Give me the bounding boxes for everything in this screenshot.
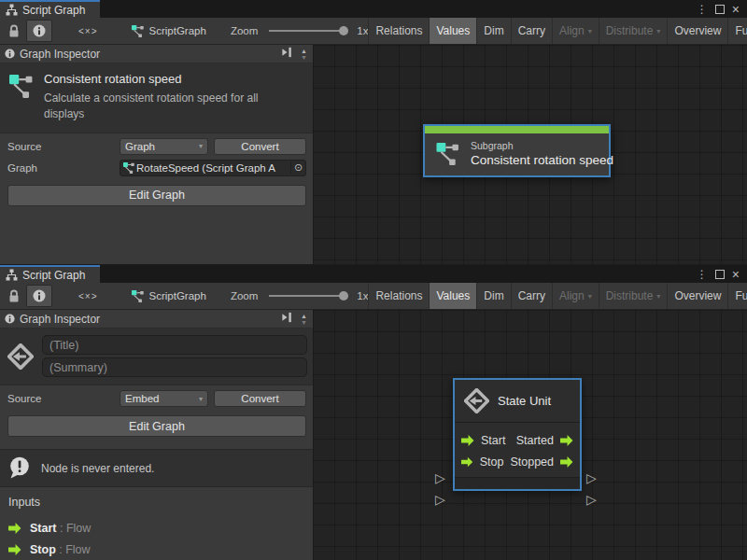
overview-button[interactable]: Overview	[667, 283, 727, 309]
chevron-down-icon: ▾	[588, 292, 592, 301]
source-dropdown[interactable]: Graph ▾	[120, 138, 208, 155]
edit-graph-button[interactable]: Edit Graph	[7, 415, 306, 437]
graph-object-value: RotateSpeed (Script Graph A	[136, 162, 290, 174]
fullscreen-button[interactable]: Full Screen	[727, 18, 747, 44]
flow-arrow-icon	[8, 523, 21, 534]
info-icon	[5, 49, 15, 59]
source-dropdown[interactable]: Embed ▾	[120, 390, 208, 407]
lock-icon[interactable]	[2, 21, 26, 41]
window-maximize-icon[interactable]	[715, 5, 725, 14]
source-label: Source	[7, 393, 120, 404]
code-icon: <×>	[78, 26, 98, 36]
graph-breadcrumb[interactable]: ScriptGraph	[132, 25, 206, 37]
fullscreen-button[interactable]: Full Screen	[727, 283, 747, 309]
graph-inspector-header: Graph Inspector ▲ ▼	[0, 310, 313, 329]
window-menu-icon[interactable]: ⋮	[697, 269, 708, 280]
flow-arrow-icon[interactable]	[461, 435, 474, 446]
tab-script-graph[interactable]: Script Graph	[0, 0, 100, 18]
window-controls: ⋮ ×	[697, 265, 747, 283]
connector-triangle-icon[interactable]: ▷	[586, 471, 597, 484]
flow-arrow-icon[interactable]	[461, 456, 473, 468]
dim-button[interactable]: Dim	[476, 18, 510, 44]
carry-button[interactable]: Carry	[511, 283, 552, 309]
state-unit-icon	[464, 388, 489, 413]
dock-panel-icon[interactable]	[281, 46, 293, 62]
code-view-button[interactable]: <×>	[73, 21, 104, 41]
relations-button[interactable]: Relations	[368, 18, 429, 44]
window-menu-icon[interactable]: ⋮	[697, 4, 708, 15]
zoom-slider-thumb[interactable]	[339, 291, 348, 301]
input-port-label[interactable]: Stop	[480, 455, 504, 469]
graph-canvas[interactable]: Subgraph Consistent rotation speed	[313, 45, 747, 264]
convert-button[interactable]: Convert	[214, 138, 306, 155]
tab-script-graph[interactable]: Script Graph	[0, 265, 100, 283]
scroll-down-icon[interactable]: ▼	[301, 54, 307, 61]
source-label: Source	[7, 141, 120, 152]
flow-arrow-icon[interactable]	[560, 456, 573, 468]
scroll-up-icon[interactable]: ▲	[301, 48, 307, 54]
code-icon: <×>	[78, 291, 98, 301]
align-dropdown[interactable]: Align▾	[552, 283, 599, 309]
unity-editor-stage: Script Graph ⋮ × <×> ScriptGraph Zoom	[0, 0, 747, 560]
graph-row: Graph RotateSpeed (Script Graph A ⊙	[7, 160, 306, 176]
edit-graph-button[interactable]: Edit Graph	[7, 185, 306, 206]
code-view-button[interactable]: <×>	[73, 286, 104, 306]
connector-triangle-icon[interactable]: ▷	[435, 471, 445, 484]
node-description-section	[0, 329, 313, 385]
state-unit-node-footer	[455, 477, 580, 489]
graph-canvas[interactable]: ▷ ▷ ▷ ▷ State Unit Start Started	[313, 310, 747, 560]
zoom-label: Zoom	[231, 25, 258, 36]
connector-triangle-icon[interactable]: ▷	[586, 493, 597, 506]
zoom-slider[interactable]	[269, 30, 347, 32]
title-input[interactable]	[42, 335, 307, 355]
zoom-value: 1x	[357, 290, 368, 301]
subgraph-node[interactable]: Subgraph Consistent rotation speed	[423, 124, 611, 177]
zoom-slider[interactable]	[269, 295, 347, 297]
summary-input[interactable]	[42, 357, 307, 377]
lock-icon[interactable]	[2, 286, 26, 306]
inspector-toggle-button[interactable]	[26, 285, 52, 307]
scroll-up-icon[interactable]: ▲	[301, 313, 307, 319]
dock-panel-icon[interactable]	[281, 311, 293, 327]
overview-button[interactable]: Overview	[667, 18, 727, 44]
source-row: Source Embed ▾ Convert	[7, 390, 306, 407]
scroll-arrows[interactable]: ▲ ▼	[298, 48, 310, 61]
values-button[interactable]: Values	[429, 283, 476, 309]
window-maximize-icon[interactable]	[715, 270, 725, 279]
chevron-down-icon: ▾	[656, 292, 660, 301]
graph-object-field[interactable]: RotateSpeed (Script Graph A ⊙	[120, 160, 306, 176]
script-graph-icon	[123, 162, 134, 174]
state-unit-node[interactable]: State Unit Start Started Stop	[453, 378, 582, 491]
convert-button[interactable]: Convert	[214, 390, 306, 407]
distribute-dropdown[interactable]: Distribute▾	[599, 18, 668, 44]
tab-bar: Script Graph ⋮ ×	[0, 0, 747, 18]
state-unit-node-header: State Unit	[455, 380, 580, 423]
dim-button[interactable]: Dim	[476, 283, 510, 309]
zoom-slider-thumb[interactable]	[339, 26, 348, 35]
window-close-icon[interactable]: ×	[732, 268, 740, 281]
object-picker-icon[interactable]: ⊙	[290, 161, 305, 174]
distribute-dropdown[interactable]: Distribute▾	[599, 283, 668, 309]
toolbar-buttons: Relations Values Dim Carry Align▾ Distri…	[368, 18, 747, 44]
inspector-title: Graph Inspector	[20, 313, 100, 326]
align-dropdown[interactable]: Align▾	[552, 18, 599, 44]
script-graph-window-bottom: Script Graph ⋮ × <×> ScriptGraph Zoom	[0, 265, 747, 560]
script-graph-icon	[132, 290, 144, 302]
scroll-arrows[interactable]: ▲ ▼	[298, 313, 310, 326]
state-unit-icon	[7, 343, 34, 370]
graph-breadcrumb[interactable]: ScriptGraph	[132, 290, 206, 302]
output-port-label[interactable]: Stopped	[510, 455, 554, 469]
carry-button[interactable]: Carry	[511, 18, 552, 44]
inspector-toggle-button[interactable]	[26, 20, 52, 42]
zoom-label: Zoom	[231, 290, 258, 301]
state-unit-ports: Start Started Stop Stopped	[455, 423, 580, 477]
window-close-icon[interactable]: ×	[732, 3, 740, 16]
scroll-down-icon[interactable]: ▼	[301, 319, 307, 326]
graph-field-label: Graph	[7, 162, 120, 174]
output-port-label[interactable]: Started	[516, 434, 554, 447]
flow-arrow-icon[interactable]	[560, 435, 573, 446]
input-port-label[interactable]: Start	[481, 434, 505, 447]
connector-triangle-icon[interactable]: ▷	[435, 493, 445, 506]
values-button[interactable]: Values	[429, 18, 476, 44]
relations-button[interactable]: Relations	[368, 283, 429, 309]
